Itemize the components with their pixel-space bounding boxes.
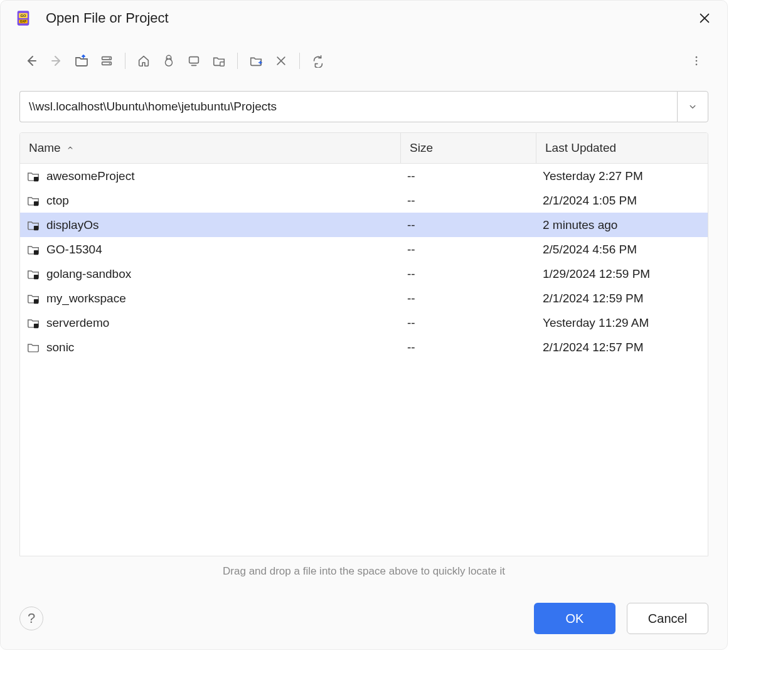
cell-size: -- — [401, 292, 536, 305]
ok-button[interactable]: OK — [534, 603, 615, 634]
folder-module-icon — [26, 218, 40, 232]
svg-point-7 — [109, 58, 110, 59]
desktop-button[interactable] — [182, 49, 206, 73]
folder-up-icon — [74, 53, 89, 68]
toolbar-separator — [237, 53, 238, 69]
cell-size: -- — [401, 169, 536, 183]
svg-rect-12 — [189, 57, 199, 63]
dialog-footer: ? OK Cancel — [1, 590, 727, 649]
file-name: serverdemo — [46, 316, 109, 330]
table-row[interactable]: my_workspace--2/1/2024 12:59 PM — [20, 286, 708, 310]
cell-last-updated: 2 minutes ago — [536, 218, 708, 232]
arrow-right-icon — [49, 53, 64, 68]
cell-size: -- — [401, 243, 536, 257]
cell-name: serverdemo — [20, 316, 401, 330]
svg-rect-21 — [34, 274, 38, 278]
cell-last-updated: Yesterday 11:29 AM — [536, 316, 708, 330]
svg-point-10 — [167, 58, 168, 59]
help-button[interactable]: ? — [19, 607, 43, 630]
cell-last-updated: 2/1/2024 12:59 PM — [536, 292, 708, 305]
table-row[interactable]: golang-sandbox--1/29/2024 12:59 PM — [20, 262, 708, 286]
chevron-down-icon — [687, 101, 698, 112]
column-header-name[interactable]: Name — [20, 133, 401, 163]
cancel-button-label: Cancel — [648, 612, 687, 626]
file-table: Name Size Last Updated awesomeProject--Y… — [19, 132, 708, 556]
svg-rect-22 — [34, 299, 38, 303]
svg-point-16 — [696, 64, 698, 66]
cell-last-updated: Yesterday 2:27 PM — [536, 169, 708, 183]
path-history-dropdown[interactable] — [677, 91, 708, 122]
back-button[interactable] — [19, 49, 43, 73]
cell-size: -- — [401, 218, 536, 232]
folder-module-icon — [26, 267, 40, 281]
table-row[interactable]: ctop--2/1/2024 1:05 PM — [20, 188, 708, 213]
folder-module-icon — [26, 243, 40, 257]
column-header-last-updated[interactable]: Last Updated — [536, 133, 708, 163]
folder-up-button[interactable] — [70, 49, 93, 73]
svg-rect-19 — [34, 225, 38, 230]
svg-rect-17 — [34, 176, 38, 181]
kebab-icon — [690, 55, 703, 67]
file-name: my_workspace — [46, 292, 126, 305]
path-input[interactable] — [19, 91, 677, 122]
svg-rect-23 — [34, 323, 38, 327]
drive-icon — [100, 54, 114, 68]
cell-name: displayOs — [20, 218, 401, 232]
refresh-button[interactable] — [306, 49, 330, 73]
titlebar: GO EAP Open File or Project — [1, 1, 727, 37]
forward-button[interactable] — [45, 49, 68, 73]
delete-button[interactable] — [269, 49, 293, 73]
path-row — [19, 91, 708, 122]
cell-size: -- — [401, 316, 536, 330]
folder-project-icon — [212, 54, 226, 68]
svg-point-9 — [166, 59, 173, 66]
file-name: sonic — [46, 341, 74, 354]
column-header-name-label: Name — [29, 141, 61, 155]
close-icon — [698, 11, 711, 25]
close-button[interactable] — [696, 9, 713, 27]
file-name: golang-sandbox — [46, 267, 131, 281]
monitor-icon — [187, 54, 201, 68]
cell-name: sonic — [20, 341, 401, 354]
cell-name: GO-15304 — [20, 243, 401, 257]
cell-size: -- — [401, 194, 536, 208]
help-icon: ? — [28, 610, 35, 627]
cell-size: -- — [401, 267, 536, 281]
x-icon — [275, 55, 287, 67]
table-row[interactable]: GO-15304--2/5/2024 4:56 PM — [20, 237, 708, 262]
folder-module-icon — [26, 169, 40, 183]
drives-button[interactable] — [95, 49, 119, 73]
column-header-size[interactable]: Size — [401, 133, 536, 163]
table-row[interactable]: serverdemo--Yesterday 11:29 AM — [20, 310, 708, 335]
cancel-button[interactable]: Cancel — [627, 603, 708, 634]
file-table-header: Name Size Last Updated — [20, 133, 708, 164]
table-row[interactable]: awesomeProject--Yesterday 2:27 PM — [20, 164, 708, 188]
column-header-size-label: Size — [410, 141, 433, 155]
more-button[interactable] — [684, 49, 708, 73]
svg-rect-20 — [34, 250, 38, 254]
cell-last-updated: 2/1/2024 12:57 PM — [536, 341, 708, 354]
svg-rect-13 — [220, 62, 224, 66]
home-button[interactable] — [132, 49, 156, 73]
wsl-button[interactable] — [157, 49, 181, 73]
folder-icon — [26, 341, 40, 354]
table-row[interactable]: sonic--2/1/2024 12:57 PM — [20, 335, 708, 359]
sort-ascending-icon — [66, 144, 75, 152]
table-row[interactable]: displayOs--2 minutes ago — [20, 213, 708, 237]
project-dir-button[interactable] — [207, 49, 231, 73]
cell-size: -- — [401, 341, 536, 354]
folder-module-icon — [26, 292, 40, 305]
svg-text:EAP: EAP — [20, 20, 26, 23]
new-folder-button[interactable] — [244, 49, 268, 73]
drag-drop-hint: Drag and drop a file into the space abov… — [19, 565, 708, 578]
svg-text:GO: GO — [20, 14, 26, 18]
cell-name: my_workspace — [20, 292, 401, 305]
cell-name: golang-sandbox — [20, 267, 401, 281]
svg-point-15 — [696, 60, 698, 62]
folder-module-icon — [26, 194, 40, 208]
column-header-last-updated-label: Last Updated — [545, 141, 616, 155]
svg-point-11 — [169, 58, 171, 59]
cell-last-updated: 1/29/2024 12:59 PM — [536, 267, 708, 281]
cell-last-updated: 2/5/2024 4:56 PM — [536, 243, 708, 257]
toolbar — [19, 37, 708, 75]
